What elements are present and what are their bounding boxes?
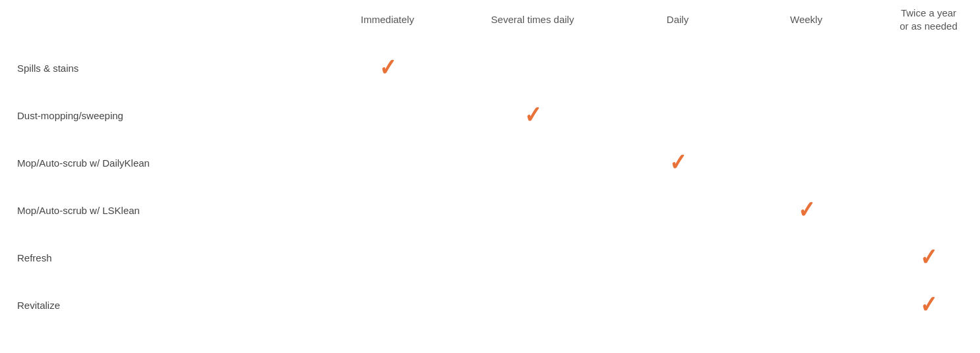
header-weekly: Weekly [742,0,871,44]
checkmark-icon: ✓ [524,103,541,127]
header-immediately: Immediately [323,0,452,44]
row-label: Revitalize [7,281,323,329]
check-cell-3-0 [323,186,452,234]
header-twice-a-year: Twice a year or as needed [871,0,980,44]
check-cell-2-2: ✓ [613,139,742,186]
check-cell-3-2 [613,186,742,234]
check-cell-0-4 [871,44,980,92]
row-label: Mop/Auto-scrub w/ LSKlean [7,186,323,234]
check-cell-0-3 [742,44,871,92]
check-cell-0-0: ✓ [323,44,452,92]
check-cell-1-3 [742,92,871,139]
checkmark-icon: ✓ [379,56,396,80]
check-cell-3-3: ✓ [742,186,871,234]
row-label: Mop/Auto-scrub w/ DailyKlean [7,139,323,186]
check-cell-4-4: ✓ [871,234,980,281]
header-label-col [7,0,323,44]
check-cell-5-3 [742,281,871,329]
check-cell-1-1: ✓ [452,92,613,139]
checkmark-icon: ✓ [798,198,815,222]
check-cell-5-2 [613,281,742,329]
header-several-times-daily: Several times daily [452,0,613,44]
check-cell-2-0 [323,139,452,186]
check-cell-2-4 [871,139,980,186]
check-cell-3-1 [452,186,613,234]
check-cell-3-4 [871,186,980,234]
check-cell-1-4 [871,92,980,139]
check-cell-4-0 [323,234,452,281]
checkmark-icon: ✓ [669,151,687,175]
checkmark-icon: ✓ [920,293,937,317]
table-grid: Immediately Several times daily Daily We… [7,0,973,329]
row-label: Dust-mopping/sweeping [7,92,323,139]
check-cell-2-1 [452,139,613,186]
check-cell-4-2 [613,234,742,281]
check-cell-2-3 [742,139,871,186]
checkmark-icon: ✓ [920,246,937,269]
check-cell-5-1 [452,281,613,329]
check-cell-1-2 [613,92,742,139]
check-cell-4-1 [452,234,613,281]
check-cell-1-0 [323,92,452,139]
maintenance-table: Immediately Several times daily Daily We… [0,0,980,353]
header-daily: Daily [613,0,742,44]
check-cell-4-3 [742,234,871,281]
check-cell-5-4: ✓ [871,281,980,329]
row-label: Spills & stains [7,44,323,92]
check-cell-0-1 [452,44,613,92]
check-cell-5-0 [323,281,452,329]
check-cell-0-2 [613,44,742,92]
row-label: Refresh [7,234,323,281]
